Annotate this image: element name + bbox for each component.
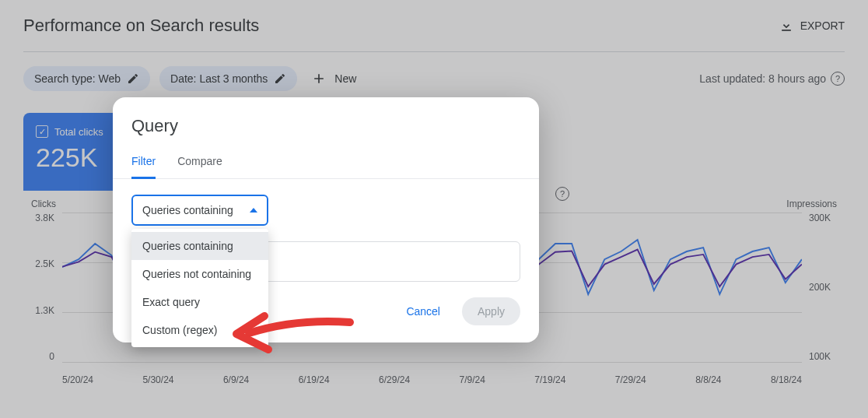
chevron-up-icon	[250, 208, 257, 213]
tab-compare[interactable]: Compare	[177, 155, 222, 178]
select-value: Queries containing	[142, 204, 233, 216]
filter-type-dropdown: Queries containing Queries not containin…	[131, 229, 268, 347]
query-dialog: Query Filter Compare Queries containing …	[113, 97, 539, 342]
filter-type-select[interactable]: Queries containing	[131, 195, 268, 226]
dropdown-item-custom-regex[interactable]: Custom (regex)	[131, 316, 268, 344]
tab-filter[interactable]: Filter	[131, 155, 156, 179]
dropdown-item-not-containing[interactable]: Queries not containing	[131, 260, 268, 288]
dialog-title: Query	[113, 116, 539, 136]
cancel-button[interactable]: Cancel	[390, 297, 456, 325]
dropdown-item-containing[interactable]: Queries containing	[131, 232, 268, 260]
apply-button[interactable]: Apply	[462, 297, 520, 325]
dropdown-item-exact[interactable]: Exact query	[131, 288, 268, 316]
